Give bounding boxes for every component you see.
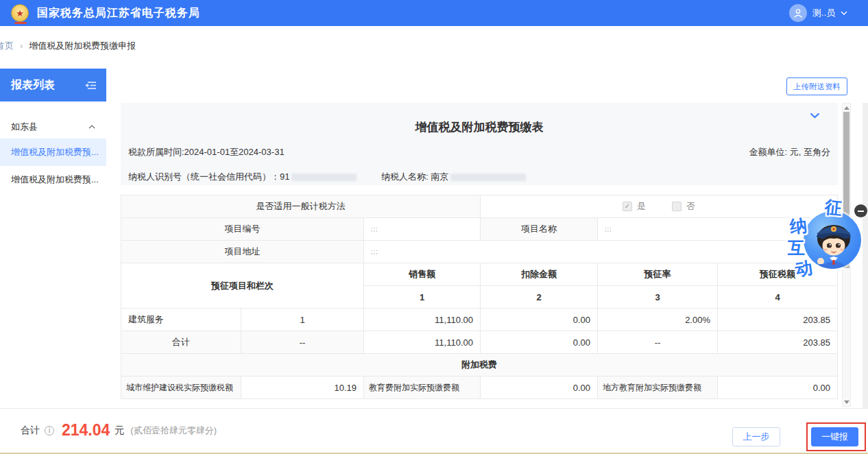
chevron-up-icon bbox=[88, 125, 95, 129]
surtax-section-header: 附加税费 bbox=[121, 354, 838, 377]
row-total-line: -- bbox=[241, 331, 364, 354]
checkbox-yes: ✓ 是 bbox=[623, 200, 646, 213]
project-addr-label: 项目地址 bbox=[121, 241, 364, 263]
breadcrumb: 首页 › 增值税及附加税费预缴申报 bbox=[0, 26, 868, 65]
emblem-star-icon: ★ bbox=[16, 9, 24, 18]
row-total-rate: -- bbox=[598, 331, 718, 354]
upload-attachments-button[interactable]: 上传附送资料 bbox=[786, 77, 847, 95]
checkbox-yes-label: 是 bbox=[637, 200, 646, 213]
checkbox-no-label: 否 bbox=[686, 200, 695, 213]
mascot-char-dong: 动 bbox=[794, 259, 813, 278]
user-menu[interactable]: 测..员 bbox=[789, 4, 847, 22]
col-header-sales: 销售额 bbox=[364, 263, 481, 286]
total-group: 合计 i 214.04 元 (贰佰壹拾肆元零肆分) bbox=[21, 409, 217, 452]
sidebar-group-rudong[interactable]: 如东县 bbox=[0, 115, 106, 139]
scrollbar-down-arrow[interactable] bbox=[843, 398, 850, 405]
surtax-city-value: 10.19 bbox=[241, 377, 364, 399]
row-construction-tax: 203.85 bbox=[718, 309, 838, 331]
form-area: 增值税及附加税费预缴表 税款所属时间:2024-01-01至2024-03-31… bbox=[121, 103, 838, 408]
col-header-deduction: 扣除金额 bbox=[481, 263, 598, 286]
scrollbar-up-arrow[interactable] bbox=[843, 104, 850, 111]
surtax-local-education-value: 0.00 bbox=[718, 377, 838, 399]
checkbox-no-box-icon bbox=[672, 202, 682, 211]
taxpayer-name: 纳税人名称: 南京 bbox=[381, 171, 448, 182]
project-no-label: 项目编号 bbox=[121, 218, 364, 241]
breadcrumb-current: 增值税及附加税费预缴申报 bbox=[29, 40, 136, 52]
user-name: 测..员 bbox=[812, 7, 835, 19]
surtax-local-education-label: 地方教育附加实际预缴费额 bbox=[598, 377, 718, 399]
col-num-2: 2 bbox=[481, 286, 598, 309]
mascot-char-zheng: 征 bbox=[824, 198, 843, 217]
person-icon bbox=[793, 8, 803, 18]
col-num-1: 1 bbox=[364, 286, 481, 309]
row-construction-line: 1 bbox=[241, 309, 364, 331]
taxpayer-id: 纳税人识别号（统一社会信用代码）：91 bbox=[128, 171, 289, 182]
taxpayer-name-redacted bbox=[450, 174, 526, 181]
app-title: 国家税务总局江苏省电子税务局 bbox=[37, 6, 200, 21]
row-total-tax: 203.85 bbox=[718, 331, 838, 354]
surtax-education-label: 教育费附加实际预缴费额 bbox=[364, 377, 481, 399]
taxpayer-id-redacted bbox=[291, 174, 357, 181]
row-construction-name: 建筑服务 bbox=[121, 309, 241, 331]
sidebar-item-vat-prepay-2[interactable]: 增值税及附加税费预... bbox=[0, 166, 106, 193]
sidebar-header: 报表列表 bbox=[0, 69, 106, 101]
summary-footer: 合计 i 214.04 元 (贰佰壹拾肆元零肆分) 上一步 一键报 bbox=[0, 408, 868, 454]
project-no-value: ;;; bbox=[364, 218, 481, 241]
previous-step-button[interactable]: 上一步 bbox=[732, 427, 780, 446]
row-construction-deduction: 0.00 bbox=[481, 309, 598, 331]
sidebar-collapse-icon[interactable] bbox=[85, 81, 97, 90]
breadcrumb-separator: › bbox=[20, 40, 23, 51]
row-construction-rate: 2.00% bbox=[598, 309, 718, 331]
emblem-ribbon bbox=[14, 22, 27, 24]
total-amount: 214.04 bbox=[62, 421, 110, 440]
main-panel: 上传附送资料 增值税及附加税费预缴表 税款所属时间:2024-01-01至202… bbox=[106, 65, 868, 408]
content-area: 报表列表 如东县 增值税及附加税费预... 增值税及附加税费预... 上传附送资… bbox=[0, 65, 868, 408]
row-total-name: 合计 bbox=[121, 331, 241, 354]
total-label: 合计 bbox=[21, 425, 40, 437]
sidebar-group-label: 如东县 bbox=[11, 121, 38, 133]
mascot-char-hu: 互 bbox=[788, 239, 805, 256]
tax-officer-mascot-icon bbox=[804, 211, 861, 269]
breadcrumb-home-link[interactable]: 首页 bbox=[0, 40, 14, 52]
one-click-submit-button[interactable]: 一键报 bbox=[811, 427, 858, 446]
section-collapse-chevron-icon[interactable] bbox=[810, 112, 820, 119]
total-in-words: (贰佰壹拾肆元零肆分) bbox=[130, 425, 217, 437]
amount-unit: 金额单位: 元, 至角分 bbox=[749, 146, 830, 158]
form-title: 增值税及附加税费预缴表 bbox=[128, 103, 830, 135]
mascot-char-na: 纳 bbox=[789, 217, 808, 235]
total-unit: 元 bbox=[114, 425, 124, 437]
general-method-label: 是否适用一般计税方法 bbox=[121, 195, 481, 218]
surtax-education-value: 0.00 bbox=[481, 377, 598, 399]
chevron-down-icon bbox=[841, 11, 847, 15]
col-num-4: 4 bbox=[718, 286, 838, 309]
prepayment-table: 是否适用一般计税方法 ✓ 是 否 项目编号 ;;; bbox=[121, 195, 838, 399]
item-column-header: 预征项目和栏次 bbox=[121, 263, 364, 309]
national-emblem-logo-icon: ★ bbox=[11, 4, 29, 22]
sidebar-title: 报表列表 bbox=[11, 78, 55, 93]
sidebar-item-vat-prepay-1[interactable]: 增值税及附加税费预... bbox=[0, 139, 106, 166]
checkbox-yes-box-icon: ✓ bbox=[623, 202, 632, 211]
minus-icon bbox=[858, 211, 864, 212]
hide-assistant-button[interactable] bbox=[854, 204, 867, 217]
form-header-section: 增值税及附加税费预缴表 税款所属时间:2024-01-01至2024-03-31… bbox=[121, 103, 838, 185]
surtax-city-label: 城市维护建设税实际预缴税额 bbox=[121, 377, 241, 399]
tax-period: 税款所属时间:2024-01-01至2024-03-31 bbox=[128, 146, 285, 158]
col-header-rate: 预征率 bbox=[598, 263, 718, 286]
user-avatar[interactable] bbox=[789, 4, 807, 22]
app-header: ★ 国家税务总局江苏省电子税务局 测..员 bbox=[0, 0, 868, 26]
report-list-sidebar: 报表列表 如东县 增值税及附加税费预... 增值税及附加税费预... bbox=[0, 65, 106, 408]
row-construction-sales: 11,110.00 bbox=[364, 309, 481, 331]
row-total-deduction: 0.00 bbox=[481, 331, 598, 354]
row-total-sales: 11,110.00 bbox=[364, 331, 481, 354]
col-num-3: 3 bbox=[598, 286, 718, 309]
checkbox-no: 否 bbox=[672, 200, 695, 213]
info-icon[interactable]: i bbox=[45, 426, 54, 435]
project-name-label: 项目名称 bbox=[481, 218, 598, 241]
project-addr-value: ;;; bbox=[364, 241, 838, 263]
